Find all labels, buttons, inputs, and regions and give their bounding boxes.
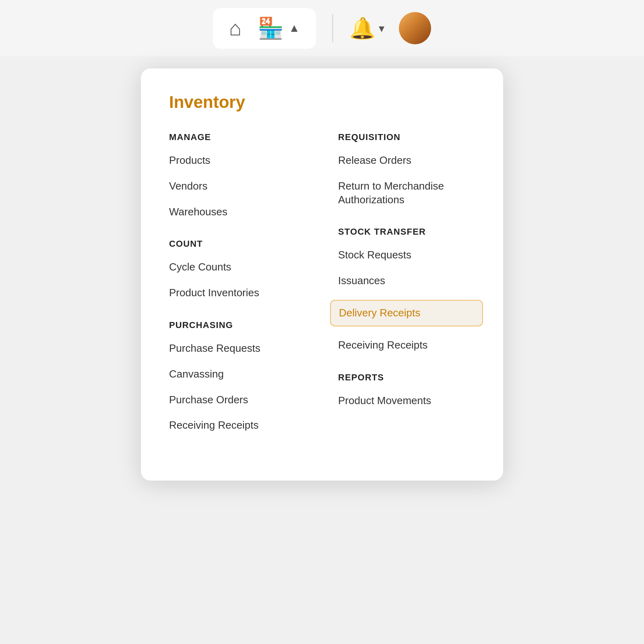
- navbar: ⌂ 🏪 ▲ 🔔 ▾: [0, 0, 644, 56]
- release-orders-link[interactable]: Release Orders: [338, 154, 475, 167]
- inventory-dropdown-panel: Inventory MANAGE Products Vendors Wareho…: [141, 68, 503, 481]
- stock-requests-link[interactable]: Stock Requests: [338, 248, 475, 262]
- stock-transfer-label: STOCK TRANSFER: [338, 227, 475, 237]
- main-content: Inventory MANAGE Products Vendors Wareho…: [0, 56, 644, 644]
- right-column: REQUISITION Release Orders Return to Mer…: [338, 132, 475, 452]
- bell-icon: 🔔: [349, 16, 376, 41]
- stock-transfer-section: STOCK TRANSFER Stock Requests Issuances …: [338, 227, 475, 352]
- purchase-orders-link[interactable]: Purchase Orders: [169, 393, 306, 407]
- avatar-image: [399, 12, 431, 44]
- nav-right-section: 🔔 ▾: [349, 12, 431, 44]
- panel-title: Inventory: [169, 93, 475, 112]
- nav-divider: [332, 14, 333, 42]
- requisition-label: REQUISITION: [338, 132, 475, 142]
- delivery-receipts-link[interactable]: Delivery Receipts: [330, 300, 483, 326]
- warehouses-link[interactable]: Warehouses: [169, 205, 306, 219]
- issuances-link[interactable]: Issuances: [338, 274, 475, 288]
- purchasing-label: PURCHASING: [169, 320, 306, 330]
- products-link[interactable]: Products: [169, 154, 306, 167]
- return-to-merchandise-link[interactable]: Return to Merchandise Authorizations: [338, 180, 475, 207]
- canvassing-link[interactable]: Canvassing: [169, 367, 306, 381]
- reports-label: REPORTS: [338, 372, 475, 383]
- user-avatar[interactable]: [399, 12, 431, 44]
- nav-left-section: ⌂ 🏪 ▲: [213, 8, 316, 49]
- count-label: COUNT: [169, 239, 306, 249]
- cycle-counts-link[interactable]: Cycle Counts: [169, 260, 306, 274]
- manage-label: MANAGE: [169, 132, 306, 142]
- inventory-icon: 🏪: [258, 16, 284, 41]
- manage-section: MANAGE Products Vendors Warehouses: [169, 132, 306, 219]
- inventory-dropdown-arrow: ▲: [289, 22, 300, 35]
- menu-columns: MANAGE Products Vendors Warehouses COUNT…: [169, 132, 475, 452]
- home-icon[interactable]: ⌂: [229, 16, 242, 40]
- product-inventories-link[interactable]: Product Inventories: [169, 286, 306, 300]
- vendors-link[interactable]: Vendors: [169, 180, 306, 193]
- requisition-section: REQUISITION Release Orders Return to Mer…: [338, 132, 475, 206]
- receiving-receipts-stock-link[interactable]: Receiving Receipts: [338, 339, 475, 352]
- bell-dropdown-arrow: ▾: [379, 22, 384, 35]
- purchasing-section: PURCHASING Purchase Requests Canvassing …: [169, 320, 306, 432]
- product-movements-link[interactable]: Product Movements: [338, 394, 475, 408]
- notifications-button[interactable]: 🔔 ▾: [349, 16, 384, 41]
- left-column: MANAGE Products Vendors Warehouses COUNT…: [169, 132, 306, 452]
- reports-section: REPORTS Product Movements: [338, 372, 475, 408]
- count-section: COUNT Cycle Counts Product Inventories: [169, 239, 306, 300]
- receiving-receipts-purchasing-link[interactable]: Receiving Receipts: [169, 419, 306, 432]
- inventory-nav-button[interactable]: 🏪 ▲: [258, 16, 300, 41]
- purchase-requests-link[interactable]: Purchase Requests: [169, 342, 306, 355]
